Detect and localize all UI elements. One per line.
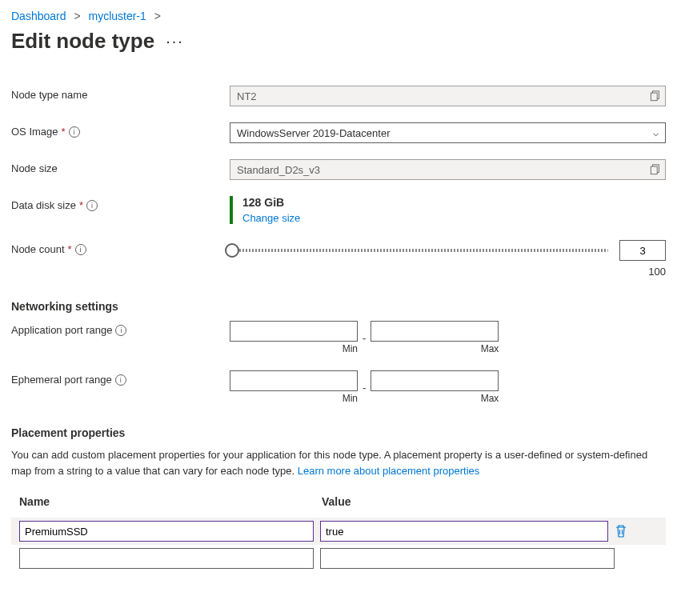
chevron-down-icon: ⌵ [653,127,659,138]
required-marker: * [62,122,66,142]
placement-value-input[interactable] [320,548,615,569]
change-size-link[interactable]: Change size [242,212,300,224]
os-image-label: OS Image * i [11,122,230,142]
node-size-label: Node size [11,159,230,178]
placement-heading: Placement properties [11,426,666,439]
info-icon[interactable]: i [115,374,126,386]
chevron-right-icon: > [154,10,161,22]
node-count-max: 100 [230,266,666,278]
svg-rect-1 [651,93,657,101]
placement-value-input[interactable] [320,521,608,542]
copy-icon[interactable] [650,90,661,102]
info-icon[interactable]: i [115,325,126,336]
networking-heading: Networking settings [11,300,666,313]
node-count-input[interactable] [619,240,666,261]
data-disk-size-label: Data disk size * i [11,196,230,215]
max-label: Max [371,393,499,404]
delete-icon[interactable] [615,524,627,538]
node-count-slider[interactable] [230,249,608,252]
eph-port-range-label: Ephemeral port range i [11,370,230,390]
app-port-range-label: Application port range i [11,321,230,340]
min-label: Min [230,393,358,404]
data-disk-size-value: 128 GiB [242,196,666,209]
required-marker: * [68,240,72,259]
node-count-label: Node count * i [11,240,230,259]
node-size-input: Standard_D2s_v3 [230,159,666,180]
chevron-right-icon: > [74,10,80,22]
eph-port-max-input[interactable] [371,370,499,391]
min-label: Min [230,343,358,354]
os-image-select[interactable]: WindowsServer 2019-Datacenter ⌵ [230,122,666,143]
placement-name-input[interactable] [19,521,314,542]
more-actions-button[interactable]: ··· [166,32,184,50]
app-port-max-input[interactable] [371,321,499,342]
required-marker: * [79,196,83,215]
placement-table-header: Name Value [11,495,666,508]
breadcrumb: Dashboard > mycluster-1 > [11,10,666,22]
node-type-name-input: NT2 [230,86,666,106]
svg-rect-3 [651,166,657,174]
info-icon[interactable]: i [69,126,80,138]
page-title: Edit node type [11,29,154,54]
breadcrumb-cluster[interactable]: mycluster-1 [88,10,146,22]
copy-icon[interactable] [650,164,661,175]
placement-row [11,518,666,545]
learn-more-link[interactable]: Learn more about placement properties [298,465,480,477]
placement-row-empty [11,545,666,572]
node-type-name-label: Node type name [11,86,230,105]
placement-description: You can add custom placement properties … [11,447,666,479]
col-value: Value [322,495,658,508]
slider-thumb[interactable] [225,243,239,258]
breadcrumb-dashboard[interactable]: Dashboard [11,10,66,22]
eph-port-min-input[interactable] [230,370,358,391]
app-port-min-input[interactable] [230,321,358,342]
placement-name-input[interactable] [19,548,314,569]
info-icon[interactable]: i [86,200,98,211]
max-label: Max [371,343,499,354]
col-name: Name [19,495,322,508]
info-icon[interactable]: i [75,244,86,255]
